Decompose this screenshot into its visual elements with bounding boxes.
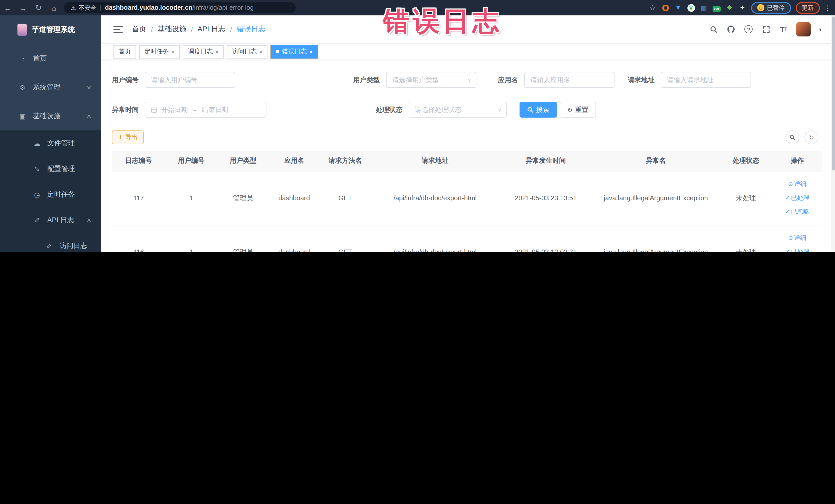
search-button[interactable]: 搜索 — [520, 102, 557, 118]
action-label: 已忽略 — [791, 208, 809, 215]
tab-错误日志[interactable]: 错误日志× — [271, 45, 318, 58]
github-icon[interactable] — [727, 25, 736, 34]
bookmark-star-icon[interactable]: ☆ — [648, 4, 657, 12]
check-icon: ✓ — [785, 248, 790, 252]
sidebar-item-文件管理[interactable]: ☁文件管理 — [0, 130, 101, 156]
orange-extension-icon[interactable] — [661, 4, 669, 12]
sidebar-item-配置管理[interactable]: ✎配置管理 — [0, 156, 101, 182]
cell-status: 未处理 — [719, 171, 773, 225]
close-icon[interactable]: × — [171, 48, 175, 55]
home-icon[interactable]: ⌂ — [46, 3, 62, 12]
process-status-label: 处理状态 — [376, 105, 403, 114]
check-icon: ✓ — [785, 195, 790, 201]
sidebar-logo[interactable]: 芋道管理系统 — [0, 15, 101, 44]
tab-定时任务[interactable]: 定时任务× — [139, 45, 180, 58]
column-header-请求方法名: 请求方法名 — [319, 151, 371, 171]
action-详细[interactable]: ⊙详细 — [775, 231, 820, 245]
app-name-label: 应用名 — [498, 75, 518, 84]
chevron-up-icon: ∧ — [86, 218, 92, 223]
extensions-puzzle-icon[interactable]: ✦ — [738, 4, 747, 12]
exception-time-range-picker[interactable]: 开始日期 – 结束日期 — [145, 102, 266, 118]
address-bar[interactable]: ⚠ 不安全 dashboard.yudao.iocoder.cn/infra/l… — [64, 2, 296, 13]
cell-actions: ⊙详细✓已处理✓已忽略 — [773, 171, 822, 225]
sidebar-item-定时任务[interactable]: ◷定时任务 — [0, 182, 101, 207]
leaf-extension-icon[interactable]: ❋ — [726, 4, 734, 12]
help-icon[interactable]: ? — [744, 25, 753, 34]
font-size-icon[interactable]: TT — [779, 25, 788, 34]
cell-url: /api/infra/db-doc/export-html — [371, 171, 499, 225]
sidebar-item-label: API 日志 — [47, 216, 74, 225]
cell-user_id: 1 — [165, 225, 217, 252]
error-log-table: 日志编号用户编号用户类型应用名请求方法名请求地址异常发生时间异常名处理状态操作 … — [112, 151, 822, 252]
table-header-row: 日志编号用户编号用户类型应用名请求方法名请求地址异常发生时间异常名处理状态操作 — [112, 151, 822, 171]
chevron-down-icon: ∨ — [467, 77, 471, 83]
avatar[interactable] — [796, 22, 811, 37]
close-icon[interactable]: × — [259, 48, 263, 55]
search-icon[interactable] — [709, 25, 718, 34]
on-badge-extension-icon[interactable]: on — [713, 4, 721, 12]
request-url-input[interactable]: 请输入请求地址 — [661, 72, 751, 88]
column-header-异常发生时间: 异常发生时间 — [499, 151, 592, 171]
user-id-label: 用户编号 — [112, 75, 139, 84]
action-详细[interactable]: ⊙详细 — [775, 177, 820, 191]
monitor-icon: ▣ — [19, 112, 27, 120]
shield-extension-icon[interactable]: ▼ — [674, 4, 682, 12]
green-check-extension-icon[interactable]: V — [687, 4, 695, 12]
breadcrumb: 首页/基础设施/API 日志/错误日志 — [132, 25, 265, 34]
sidebar-item-API 日志[interactable]: ✐API 日志∧ — [0, 207, 101, 233]
sidebar-item-label: 系统管理 — [33, 83, 61, 92]
cell-time: 2021-05-03 23:13:51 — [499, 171, 592, 225]
sidebar-item-系统管理[interactable]: ⚙系统管理∨ — [0, 73, 101, 102]
fullscreen-icon[interactable] — [761, 25, 771, 34]
browser-menu-icon[interactable]: ⋮ — [824, 4, 831, 12]
tab-首页[interactable]: 首页 — [114, 45, 136, 58]
column-header-操作: 操作 — [773, 151, 822, 171]
update-badge[interactable]: 更新 — [795, 2, 820, 14]
app-name-input[interactable]: 请输入应用名 — [524, 72, 614, 88]
api-log-icon: ✐ — [33, 217, 41, 224]
show-search-toggle-button[interactable] — [786, 130, 799, 144]
close-icon[interactable]: × — [309, 48, 313, 55]
user-id-input[interactable]: 请输入用户编号 — [145, 72, 235, 88]
breadcrumb-item[interactable]: 首页 — [132, 25, 146, 34]
tab-调度日志[interactable]: 调度日志× — [183, 45, 224, 58]
process-status-select[interactable]: 请选择处理状态∨ — [409, 102, 507, 118]
reload-icon[interactable]: ↻ — [31, 3, 46, 12]
download-icon: ⬇ — [118, 134, 123, 141]
sidebar-item-label: 首页 — [33, 54, 47, 63]
dropdown-caret-icon[interactable]: ▾ — [819, 26, 822, 32]
grid-extension-icon[interactable]: ▦ — [700, 4, 708, 12]
user-type-select[interactable]: 请选择用户类型∨ — [386, 72, 476, 88]
back-icon[interactable]: ← — [0, 3, 15, 12]
sidebar-item-访问日志[interactable]: ✐访问日志 — [0, 233, 101, 252]
table-row: 1161管理员dashboardGET/api/infra/db-doc/exp… — [112, 225, 822, 252]
active-tab-dot — [276, 50, 280, 54]
export-button[interactable]: ⬇导出 — [112, 130, 144, 144]
sidebar-item-基础设施[interactable]: ▣基础设施∧ — [0, 102, 101, 130]
scrollbar-thumb[interactable] — [831, 16, 834, 170]
hamburger-icon[interactable] — [114, 26, 123, 33]
main-area: 首页/基础设施/API 日志/错误日志 ? TT ▾ 首页定时任务×调度日志×访… — [101, 15, 835, 252]
cell-exception: java.lang.IllegalArgumentException — [592, 225, 719, 252]
close-icon[interactable]: × — [216, 48, 219, 55]
refresh-table-button[interactable]: ↻ — [805, 130, 818, 144]
action-已处理[interactable]: ✓已处理 — [775, 191, 820, 205]
calendar-icon — [151, 106, 157, 113]
page-scrollbar[interactable] — [831, 15, 835, 252]
paused-badge[interactable]: ☺已暂停 — [751, 2, 791, 14]
column-header-异常名: 异常名 — [592, 151, 719, 171]
tab-访问日志[interactable]: 访问日志× — [227, 45, 268, 58]
breadcrumb-item[interactable]: 基础设施 — [158, 25, 186, 34]
sidebar-item-首页[interactable]: ◔首页 — [0, 44, 101, 73]
cell-app: dashboard — [269, 171, 319, 225]
breadcrumb-item[interactable]: API 日志 — [198, 25, 226, 34]
not-secure-warning-icon: ⚠ — [71, 4, 76, 11]
header-actions: ? TT ▾ — [709, 22, 835, 37]
security-label[interactable]: 不安全 — [79, 4, 96, 12]
reset-button[interactable]: ↻重置 — [559, 102, 596, 118]
action-已忽略[interactable]: ✓已忽略 — [775, 205, 820, 219]
column-header-请求地址: 请求地址 — [371, 151, 499, 171]
forward-icon[interactable]: → — [15, 3, 31, 12]
chevron-down-icon: ∨ — [86, 85, 92, 90]
action-已处理[interactable]: ✓已处理 — [775, 245, 820, 252]
